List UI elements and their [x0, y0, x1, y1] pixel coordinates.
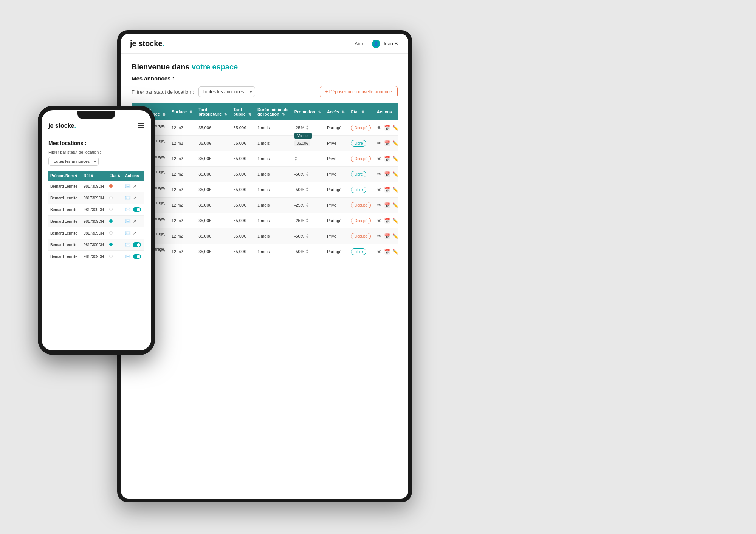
- phone-edit-icon[interactable]: ✉️: [125, 207, 131, 212]
- phone-cell-etat: [107, 204, 123, 216]
- cell-surface: 12 m2: [169, 136, 195, 151]
- phone-cell-actions: ✉️: [123, 251, 144, 262]
- phone-filter-select[interactable]: Toutes les annonces: [48, 157, 99, 166]
- phone-logo-dot: .: [74, 122, 76, 129]
- cell-duree: 1 mois: [254, 244, 291, 259]
- cell-duree: 1 mois: [254, 198, 291, 213]
- col-surface: Surface ⇅: [169, 103, 195, 120]
- phone-share-icon[interactable]: ↗: [133, 219, 136, 224]
- cell-etat: Occupé: [348, 198, 373, 213]
- col-tarif-prop: Tarif propriétaire ⇅: [195, 103, 230, 120]
- calendar-icon[interactable]: 📅: [384, 233, 390, 239]
- calendar-icon[interactable]: 📅: [384, 187, 390, 193]
- calendar-icon[interactable]: 📅: [384, 140, 390, 146]
- help-link[interactable]: Aide: [355, 41, 364, 46]
- hamburger-line-2: [138, 125, 144, 126]
- view-icon[interactable]: 👁: [377, 140, 382, 146]
- phone-mail-icon[interactable]: ✉️: [125, 195, 131, 201]
- phone-cell-name: Bernard Lermite: [48, 227, 82, 239]
- cell-actions: 👁 📅 ✏️: [374, 167, 398, 182]
- phone-toggle[interactable]: [133, 254, 141, 259]
- view-icon[interactable]: 👁: [377, 218, 382, 224]
- edit-icon[interactable]: ✏️: [392, 202, 398, 208]
- phone-col-ref: Réf ⇅: [82, 171, 107, 181]
- calendar-icon[interactable]: 📅: [384, 125, 390, 131]
- calendar-icon[interactable]: 📅: [384, 249, 390, 255]
- phone-share-icon[interactable]: ↗: [133, 195, 136, 201]
- cell-actions: 👁 📅 ✏️: [374, 244, 398, 259]
- phone-cell-name: Bernard Lermite: [48, 251, 82, 262]
- phone-edit-icon[interactable]: ✉️: [125, 254, 131, 259]
- cell-surface: 12 m2: [169, 182, 195, 198]
- user-badge[interactable]: 👤 Jean B.: [372, 40, 399, 48]
- cell-etat: Libre: [348, 182, 373, 198]
- phone-cell-ref: 9817309DN: [82, 216, 107, 227]
- phone-toggle[interactable]: [133, 207, 141, 212]
- edit-icon[interactable]: ✏️: [392, 140, 398, 146]
- cell-acces: Partagé: [324, 213, 348, 228]
- table-row: bis rue du garage, 963 Bezons 12 m2 35,0…: [132, 120, 398, 136]
- phone-share-icon[interactable]: ↗: [133, 230, 136, 236]
- view-icon[interactable]: 👁: [377, 202, 382, 208]
- view-icon[interactable]: 👁: [377, 187, 382, 193]
- edit-icon[interactable]: ✏️: [392, 125, 398, 131]
- phone-toggle[interactable]: [133, 242, 141, 247]
- edit-icon[interactable]: ✏️: [392, 249, 398, 255]
- phone-cell-ref: 9817309DN: [82, 192, 107, 204]
- cell-tarif-prop: 35,00€: [195, 136, 230, 151]
- calendar-icon[interactable]: 📅: [384, 202, 390, 208]
- cell-acces: Privé: [324, 136, 348, 151]
- edit-icon[interactable]: ✏️: [392, 187, 398, 193]
- edit-icon[interactable]: ✏️: [392, 156, 398, 162]
- phone-mail-icon[interactable]: ✉️: [125, 184, 131, 189]
- edit-icon[interactable]: ✏️: [392, 171, 398, 177]
- calendar-icon[interactable]: 📅: [384, 171, 390, 177]
- table-body: bis rue du garage, 963 Bezons 12 m2 35,0…: [132, 120, 398, 259]
- phone-cell-etat: [107, 227, 123, 239]
- edit-icon[interactable]: ✏️: [392, 233, 398, 239]
- view-icon[interactable]: 👁: [377, 233, 382, 239]
- phone-share-icon[interactable]: ↗: [133, 184, 136, 189]
- hamburger-line-1: [138, 123, 144, 124]
- cell-actions: 👁 📅 ✏️: [374, 120, 398, 136]
- phone-toggle-knob: [137, 208, 140, 211]
- view-icon[interactable]: 👁: [377, 125, 382, 131]
- phone-content: Mes locations : Filtrer par statut de lo…: [42, 134, 151, 350]
- cell-etat: Occupé: [348, 228, 373, 244]
- cell-etat: Occupé: [348, 151, 373, 167]
- phone-table-body: Bernard Lermite 9817309DN ✉️ ↗ Bernard L…: [48, 181, 144, 262]
- cell-etat: Occupé: [348, 213, 373, 228]
- filter-row: Filtrer par statut de location : Toutes …: [132, 86, 398, 97]
- cell-tarif-pub: 55,00€: [230, 213, 254, 228]
- phone-cell-actions: ✉️ ↗: [123, 227, 144, 239]
- cell-duree: 1 mois: [254, 120, 291, 136]
- edit-icon[interactable]: ✏️: [392, 218, 398, 224]
- cell-tarif-pub: 55,00€: [230, 198, 254, 213]
- table-row: bis rue du garage, 963 Bezons 12 m2 35,0…: [132, 228, 398, 244]
- col-actions: Actions: [374, 103, 398, 120]
- calendar-icon[interactable]: 📅: [384, 156, 390, 162]
- cell-duree: 1 mois: [254, 213, 291, 228]
- view-icon[interactable]: 👁: [377, 156, 382, 162]
- cell-surface: 12 m2: [169, 244, 195, 259]
- welcome-highlight: votre espace: [192, 63, 238, 71]
- phone-cell-ref: 9817309DN: [82, 227, 107, 239]
- view-icon[interactable]: 👁: [377, 249, 382, 255]
- header-right: Aide 👤 Jean B.: [355, 40, 399, 48]
- cell-duree: 1 mois: [254, 182, 291, 198]
- cell-etat: Libre: [348, 244, 373, 259]
- calendar-icon[interactable]: 📅: [384, 218, 390, 224]
- phone-cell-actions: ✉️ ↗: [123, 181, 144, 192]
- filter-select[interactable]: Toutes les annonces: [198, 86, 255, 97]
- phone-mail-icon[interactable]: ✉️: [125, 219, 131, 224]
- phone-mail-icon[interactable]: ✉️: [125, 230, 131, 236]
- phone-notch: [77, 111, 115, 119]
- filter-select-wrapper: Toutes les annonces: [198, 86, 255, 97]
- hamburger-menu[interactable]: [138, 123, 144, 128]
- cell-actions: 👁 📅 ✏️: [374, 182, 398, 198]
- new-ad-button[interactable]: + Déposer une nouvelle annonce: [320, 86, 398, 97]
- phone-col-name: Prénom/Nom ⇅: [48, 171, 82, 181]
- phone-edit-icon[interactable]: ✉️: [125, 242, 131, 247]
- status-dot-empty: [109, 255, 113, 258]
- view-icon[interactable]: 👁: [377, 171, 382, 177]
